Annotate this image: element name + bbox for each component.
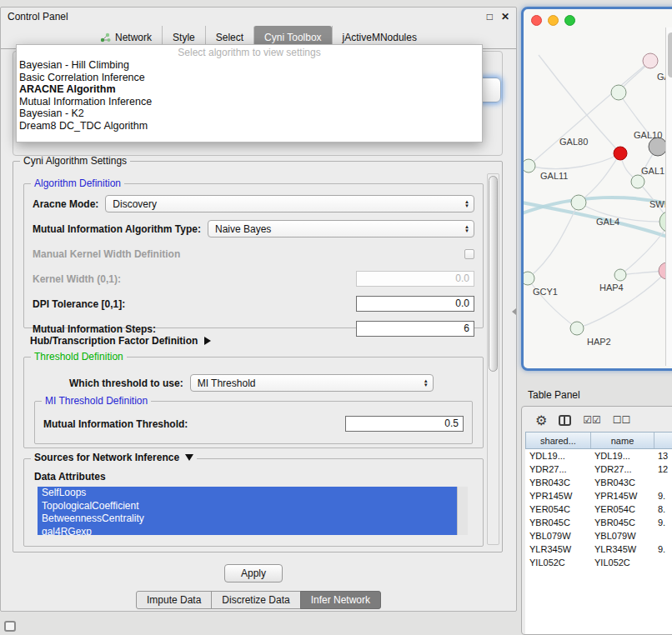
panel-corner-icon[interactable] [4, 621, 16, 632]
network-node[interactable] [571, 195, 586, 210]
table-row[interactable]: YBL079WYBL079W [525, 529, 672, 542]
tab-label: jActiveMNodules [343, 32, 417, 43]
column-header[interactable] [654, 432, 672, 448]
network-node[interactable] [614, 147, 627, 160]
column-header[interactable]: name [591, 432, 654, 448]
tab-label: Style [173, 32, 195, 43]
zoom-button[interactable] [564, 15, 575, 26]
data-attributes-label: Data Attributes [34, 471, 483, 482]
manual-kernel-checkbox[interactable] [464, 249, 474, 259]
mi-threshold-group: MI Threshold Definition Mutual Informati… [34, 401, 473, 444]
table-cell: YER054C [590, 502, 654, 516]
table-row[interactable]: YBR043CYBR043C [525, 476, 672, 489]
network-node[interactable] [524, 272, 534, 285]
table-toolbar: ⚙ ☑☑ ☐☐ [522, 407, 672, 432]
hub-definition-toggle[interactable]: Hub/Transcription Factor Definition [30, 335, 211, 347]
list-item[interactable]: TopologicalCoefficient [38, 500, 457, 513]
algorithm-definition-title: Algorithm Definition [31, 178, 124, 189]
minimize-button[interactable] [548, 15, 559, 26]
dpi-tolerance-field[interactable]: 0.0 [356, 296, 474, 312]
table-header: shared... name [525, 432, 672, 449]
tab-impute-data[interactable]: Impute Data [136, 591, 212, 609]
algorithm-option[interactable]: Basic Correlation Inference [17, 72, 482, 84]
mi-threshold-label: Mutual Information Threshold: [43, 418, 188, 430]
deselect-all-icon[interactable]: ☐☐ [613, 414, 631, 426]
column-header[interactable]: shared... [526, 432, 591, 448]
table-cell: YBR045C [525, 516, 590, 529]
table-row[interactable]: YBR045CYBR045C9. [525, 516, 672, 529]
mi-threshold-field[interactable]: 0.5 [345, 416, 464, 432]
table-cell [654, 529, 672, 542]
table-cell: 9. [654, 542, 672, 556]
algorithm-option[interactable]: Mutual Information Inference [17, 96, 482, 108]
tab-label: Cyni Toolbox [264, 32, 321, 43]
network-scrollbar[interactable] [665, 28, 672, 366]
node-label: GAL1 [641, 166, 664, 176]
table-cell [654, 476, 672, 489]
network-node[interactable] [631, 175, 644, 188]
table-cell: YIL052C [590, 556, 654, 569]
algorithm-definition-group: Algorithm Definition Aracne Mode: Discov… [23, 183, 484, 328]
settings-gear-icon[interactable]: ⚙ [535, 412, 547, 428]
aracne-mode-select[interactable]: Discovery [105, 195, 474, 212]
list-item[interactable]: BetweennessCentrality [38, 512, 457, 526]
network-node[interactable] [524, 159, 535, 172]
desktop: Control Panel □ ✕ Network Style Select C… [0, 0, 672, 635]
tab-infer-network[interactable]: Infer Network [300, 591, 381, 609]
network-view-window: GAL80 GAL10 GAL11 GAL1 SWI4 GAL4 GCY1 HA… [521, 7, 672, 371]
mi-steps-field[interactable]: 6 [356, 321, 474, 337]
list-scrollbar[interactable] [457, 487, 468, 535]
table-body: YDL19...YDL19...13YDR27...YDR27...12YBR0… [525, 449, 672, 634]
network-scrollbar-thumb[interactable] [668, 32, 672, 78]
control-panel-window: Control Panel □ ✕ Network Style Select C… [0, 7, 517, 612]
mi-type-select[interactable]: Naive Bayes [208, 220, 474, 238]
table-row[interactable]: YPR145WYPR145W9. [525, 489, 672, 502]
algorithm-dropdown-list: Select algorithm to view settings Bayesi… [16, 44, 483, 142]
table-cell: YBR043C [590, 476, 654, 489]
network-node[interactable] [570, 322, 584, 335]
network-node[interactable] [649, 138, 667, 156]
show-columns-icon[interactable] [559, 415, 571, 426]
node-label: HAP4 [599, 282, 624, 292]
apply-button[interactable]: Apply [224, 564, 283, 582]
network-node[interactable] [614, 269, 626, 281]
network-canvas[interactable]: GAL80 GAL10 GAL11 GAL1 SWI4 GAL4 GCY1 HA… [524, 9, 672, 368]
table-row[interactable]: YER054CYER054C8. [525, 502, 672, 516]
sources-group: Sources for Network Inference Data Attri… [23, 458, 484, 547]
tab-discretize-data[interactable]: Discretize Data [211, 591, 300, 609]
which-threshold-value: MI Threshold [198, 378, 256, 389]
algorithm-option[interactable]: Dream8 DC_TDC Algorithm [17, 120, 482, 132]
hub-definition-label: Hub/Transcription Factor Definition [30, 335, 198, 347]
which-threshold-select[interactable]: MI Threshold [190, 374, 434, 392]
table-cell: YPR145W [590, 489, 654, 502]
table-cell: 13 [654, 449, 672, 462]
network-node[interactable] [611, 85, 626, 100]
network-node[interactable] [643, 53, 658, 68]
algorithm-option-selected[interactable]: ARACNE Algorithm [17, 83, 482, 96]
select-all-icon[interactable]: ☑☑ [583, 414, 601, 426]
algorithm-option[interactable]: Bayesian - K2 [17, 108, 482, 120]
list-item[interactable]: gal4RGexp [38, 526, 457, 536]
table-cell: 9. [654, 489, 672, 502]
collapse-arrow-icon [185, 454, 193, 461]
settings-scrollbar-thumb[interactable] [489, 176, 498, 372]
table-panel-title: Table Panel [528, 389, 580, 401]
close-button[interactable] [531, 15, 542, 26]
float-window-icon[interactable]: □ [487, 11, 493, 22]
kernel-width-field[interactable]: 0.0 [356, 271, 474, 287]
splitter-arrow-icon[interactable] [512, 308, 516, 315]
table-row[interactable]: YDR27...YDR27...12 [525, 462, 672, 476]
table-row[interactable]: YLR345WYLR345W9. [525, 542, 672, 556]
table-cell: YBR043C [525, 476, 590, 489]
window-title: Control Panel [8, 11, 487, 22]
table-row[interactable]: YIL052CYIL052C [525, 556, 672, 569]
sources-toggle[interactable]: Sources for Network Inference [31, 452, 197, 463]
list-item[interactable]: SelfLoops [38, 487, 457, 500]
close-window-icon[interactable]: ✕ [501, 11, 509, 22]
node-label: GAL80 [559, 137, 588, 147]
algorithm-option[interactable]: Bayesian - Hill Climbing [17, 59, 482, 72]
data-attributes-list: SelfLoops TopologicalCoefficient Between… [38, 487, 468, 535]
settings-scrollbar[interactable] [487, 173, 499, 545]
table-row[interactable]: YDL19...YDL19...13 [525, 449, 672, 462]
aracne-mode-value: Discovery [113, 198, 157, 210]
